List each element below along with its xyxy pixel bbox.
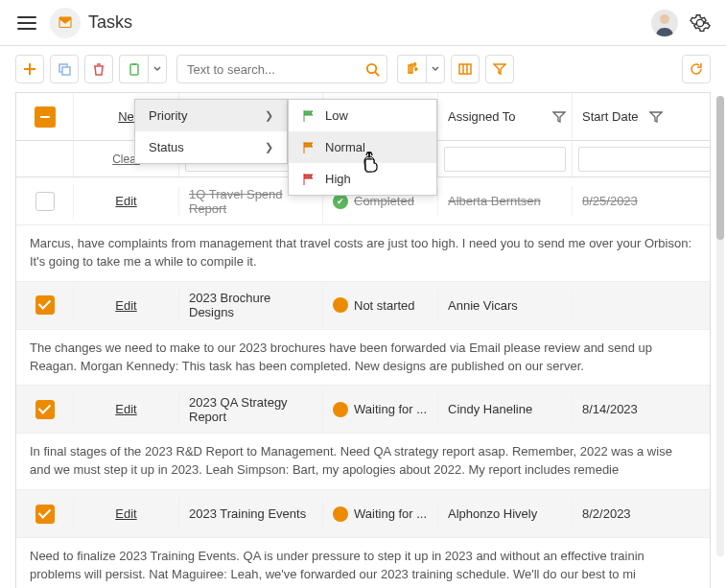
date-text: 8/25/2023 (582, 194, 638, 208)
subject-text: 2023 Brochure Designs (189, 291, 313, 319)
app-header: Tasks (0, 0, 726, 46)
svg-rect-5 (132, 63, 136, 65)
menu-icon[interactable] (15, 12, 38, 35)
filter-settings-button[interactable] (485, 55, 514, 83)
scrollbar-thumb[interactable] (716, 96, 724, 240)
copy-button[interactable] (50, 55, 79, 83)
paste-button[interactable] (119, 55, 148, 83)
search-input[interactable] (177, 62, 358, 77)
chevron-right-icon: ❯ (265, 109, 273, 122)
new-button[interactable] (15, 55, 44, 83)
filter-icon[interactable] (552, 110, 566, 124)
avatar[interactable] (651, 10, 678, 36)
search-box (176, 55, 387, 83)
status-text: Waiting for ... (354, 402, 427, 416)
context-item-priority[interactable]: Priority❯ (135, 100, 287, 131)
date-text: 8/14/2023 (582, 402, 638, 416)
edit-link[interactable]: Edit (115, 402, 136, 416)
gear-icon[interactable] (690, 12, 711, 34)
select-all-header[interactable] (16, 93, 74, 140)
status-icon (333, 506, 348, 522)
subject-text: 2023 Training Events (189, 506, 306, 521)
app-logo-icon (50, 8, 81, 38)
status-text: Completed (354, 194, 414, 208)
priority-low[interactable]: Low (289, 100, 436, 131)
export-dropdown[interactable] (426, 55, 445, 83)
delete-button[interactable] (84, 55, 113, 83)
flag-icon (302, 141, 316, 154)
priority-normal[interactable]: Normal (289, 131, 436, 163)
status-icon (333, 297, 348, 313)
filter-icon[interactable] (649, 110, 663, 124)
row-description: Need to finalize 2023 Training Events. Q… (16, 538, 710, 588)
row-description: In final stages of the 2023 R&D Report t… (16, 434, 710, 490)
date-text: 8/2/2023 (582, 506, 631, 521)
chevron-right-icon: ❯ (265, 141, 273, 153)
status-icon (333, 402, 348, 417)
row-checkbox[interactable] (35, 192, 55, 211)
context-submenu-priority: Low Normal High (288, 99, 437, 196)
page-title: Tasks (88, 12, 132, 33)
svg-rect-3 (62, 67, 70, 75)
assigned-text: Cindy Haneline (448, 402, 532, 416)
svg-rect-4 (130, 64, 138, 75)
refresh-button[interactable] (682, 55, 711, 83)
search-icon[interactable] (358, 56, 386, 82)
select-all-checkbox[interactable] (35, 106, 56, 128)
svg-point-1 (660, 14, 669, 24)
edit-link[interactable]: Edit (115, 194, 136, 208)
priority-high[interactable]: High (289, 163, 436, 195)
assigned-filter-input[interactable] (444, 147, 566, 172)
flag-icon (302, 173, 316, 186)
context-menu: Priority❯ Status❯ (134, 99, 288, 164)
table-row[interactable]: Edit2023 QA Strategy ReportWaiting for .… (16, 386, 710, 434)
assigned-text: Alphonzo Hively (448, 506, 537, 521)
subject-text: 2023 QA Strategy Report (189, 395, 313, 424)
date-header[interactable]: Start Date (573, 93, 668, 140)
context-item-status[interactable]: Status❯ (135, 131, 287, 163)
export-button[interactable] (397, 55, 426, 83)
status-text: Not started (354, 298, 415, 313)
row-checkbox[interactable] (35, 505, 55, 524)
assigned-text: Annie Vicars (448, 298, 518, 313)
date-filter-input[interactable] (578, 147, 711, 172)
assigned-text: Alberta Berntsen (448, 194, 541, 208)
status-text: Waiting for ... (354, 506, 427, 521)
edit-link[interactable]: Edit (115, 506, 136, 521)
columns-button[interactable] (451, 55, 480, 83)
edit-link[interactable]: Edit (115, 298, 136, 313)
paste-dropdown[interactable] (148, 55, 167, 83)
flag-icon (302, 109, 316, 123)
row-checkbox[interactable] (35, 295, 55, 315)
row-description: The changes we need to make to our 2023 … (16, 330, 710, 387)
svg-point-6 (366, 63, 375, 72)
row-description: Marcus, have complaints from management … (16, 225, 710, 282)
svg-rect-7 (459, 64, 471, 74)
toolbar (0, 46, 726, 92)
assigned-header[interactable]: Assigned To (438, 93, 573, 140)
row-checkbox[interactable] (35, 400, 55, 419)
table-row[interactable]: Edit2023 Brochure DesignsNot startedAnni… (16, 282, 710, 330)
scrollbar[interactable] (716, 96, 724, 556)
table-row[interactable]: Edit2023 Training EventsWaiting for ...A… (16, 490, 710, 538)
